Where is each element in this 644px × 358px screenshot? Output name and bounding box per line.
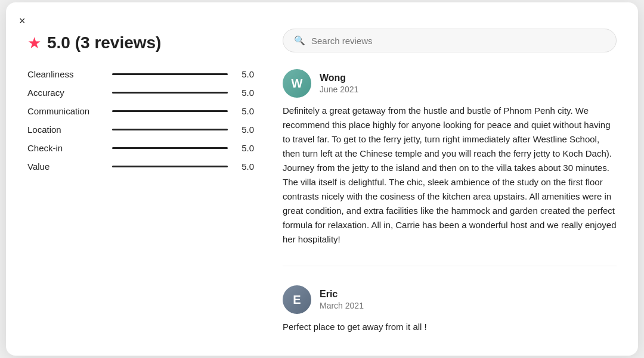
category-row: Value 5.0: [27, 161, 254, 172]
search-input[interactable]: [311, 36, 605, 46]
review-item: W Wong June 2021 Definitely a great geta…: [283, 69, 617, 247]
reviews-modal: × ★ 5.0 (3 reviews) Cleanliness 5.0 Accu…: [6, 2, 638, 356]
category-label: Communication: [27, 106, 105, 116]
category-bar-fill: [112, 73, 228, 75]
category-bar-fill: [112, 147, 228, 149]
reviewer-details: Eric March 2021: [320, 289, 364, 310]
category-row: Accuracy 5.0: [27, 88, 254, 98]
close-button[interactable]: ×: [17, 13, 28, 29]
avatar: E: [283, 285, 311, 314]
category-bar-fill: [112, 110, 228, 112]
category-bar: [112, 166, 228, 167]
category-bar-fill: [112, 92, 228, 94]
category-score: 5.0: [235, 69, 254, 79]
reviewer-date: June 2021: [320, 85, 358, 94]
rating-text: 5.0 (3 reviews): [47, 33, 161, 52]
review-text: Definitely a great getaway from the hust…: [283, 104, 617, 247]
category-label: Location: [27, 124, 105, 135]
category-score: 5.0: [235, 106, 254, 116]
rating-header: ★ 5.0 (3 reviews): [27, 33, 254, 52]
category-bar: [112, 110, 228, 112]
review-text: Perfect place to get away from it all !: [283, 320, 617, 334]
category-list: Cleanliness 5.0 Accuracy 5.0 Communicati…: [27, 69, 254, 172]
category-row: Location 5.0: [27, 124, 254, 135]
reviewer-date: March 2021: [320, 301, 364, 310]
reviewer-name: Wong: [320, 73, 358, 83]
left-panel: ★ 5.0 (3 reviews) Cleanliness 5.0 Accura…: [27, 29, 254, 334]
reviewer-info: W Wong June 2021: [283, 69, 617, 98]
category-label: Value: [27, 161, 105, 172]
star-icon: ★: [27, 34, 41, 52]
category-row: Communication 5.0: [27, 106, 254, 116]
category-label: Check-in: [27, 143, 105, 153]
category-bar: [112, 147, 228, 149]
category-bar-fill: [112, 166, 228, 167]
category-row: Check-in 5.0: [27, 143, 254, 153]
category-bar: [112, 73, 228, 75]
reviewer-info: E Eric March 2021: [283, 285, 617, 314]
category-score: 5.0: [235, 88, 254, 98]
category-row: Cleanliness 5.0: [27, 69, 254, 79]
modal-body: ★ 5.0 (3 reviews) Cleanliness 5.0 Accura…: [27, 29, 617, 334]
category-bar: [112, 92, 228, 94]
search-bar: 🔍: [283, 29, 617, 52]
avatar: W: [283, 69, 311, 98]
category-label: Cleanliness: [27, 69, 105, 79]
category-score: 5.0: [235, 161, 254, 172]
reviewer-details: Wong June 2021: [320, 73, 358, 94]
reviewer-name: Eric: [320, 289, 364, 300]
category-score: 5.0: [235, 124, 254, 135]
review-item: E Eric March 2021 Perfect place to get a…: [283, 285, 617, 334]
category-score: 5.0: [235, 143, 254, 153]
right-panel: 🔍 W Wong June 2021 Definitely a great ge…: [283, 29, 617, 334]
category-bar: [112, 129, 228, 130]
category-bar-fill: [112, 129, 228, 130]
search-icon: 🔍: [294, 35, 305, 46]
category-label: Accuracy: [27, 88, 105, 98]
review-list: W Wong June 2021 Definitely a great geta…: [283, 69, 617, 334]
